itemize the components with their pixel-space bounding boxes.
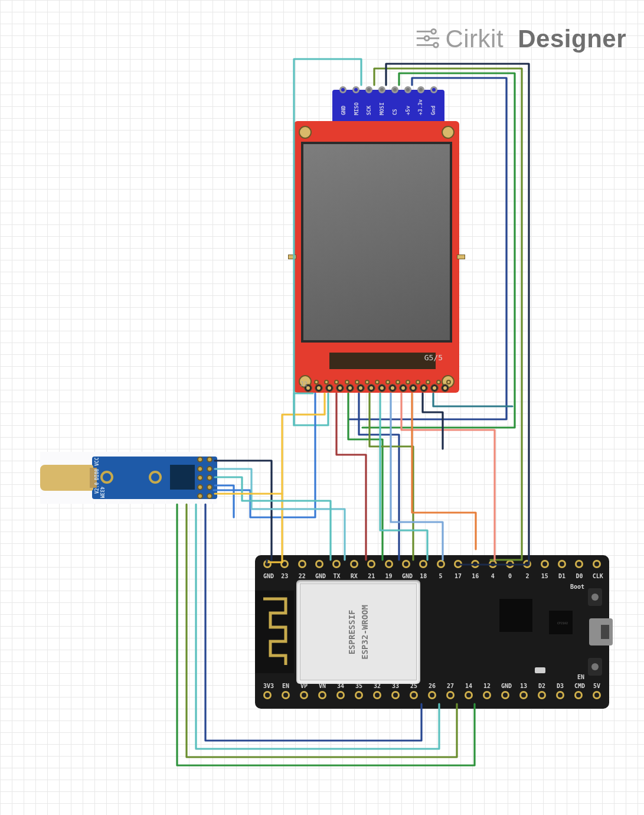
svg-point-1 <box>425 36 430 41</box>
esp-pin-top-21[interactable] <box>367 560 375 568</box>
boot-button[interactable] <box>588 588 602 606</box>
sd-pinlabel-cs: CS <box>392 99 398 115</box>
cp2102-label: CP2102 <box>557 621 568 625</box>
esp-pin-bot-gnd[interactable] <box>501 691 509 699</box>
esp-label-bot-cmd: CMD <box>574 683 583 691</box>
tft-pin-2[interactable] <box>326 384 333 392</box>
esp-pins-bot <box>263 691 601 704</box>
rf-lora-module[interactable]: V2.0DIO8VCC 433M <box>40 452 217 504</box>
tft-pin-8[interactable] <box>389 384 396 392</box>
esp-label-bot-vp: VP <box>300 683 308 691</box>
tft-pin-5[interactable] <box>357 384 364 392</box>
esp-pin-bot-27[interactable] <box>446 691 455 699</box>
esp-pin-bot-14[interactable] <box>465 691 473 699</box>
esp-pin-bot-en[interactable] <box>282 691 290 699</box>
en-button[interactable] <box>588 658 602 676</box>
rf-pin-b1[interactable] <box>207 466 213 472</box>
esp-pin-top-0[interactable] <box>506 560 514 568</box>
esp-label-bot-33: 33 <box>391 683 400 691</box>
rf-freq-label: 433M <box>99 487 104 498</box>
esp-label-top-23: 23 <box>280 573 289 581</box>
sd-pin-gnd[interactable] <box>430 86 437 93</box>
esp-shield-brand: ESPRESSIF <box>345 605 358 660</box>
sd-pinrow <box>339 86 437 98</box>
esp-label-bot-32: 32 <box>373 683 381 691</box>
tft-pin-10[interactable] <box>410 384 417 392</box>
esp-pin-bot-vp[interactable] <box>300 691 308 699</box>
esp-pin-top-d0[interactable] <box>575 560 583 568</box>
tft-pin-3[interactable] <box>336 384 344 392</box>
esp-pin-bot-vn[interactable] <box>318 691 326 699</box>
esp-label-top-17: 17 <box>454 573 462 581</box>
sd-pin-+5v[interactable] <box>404 86 411 93</box>
tft-pin-9[interactable] <box>400 384 407 392</box>
tft-pin-11[interactable] <box>420 384 427 392</box>
tft-pin-4[interactable] <box>346 384 354 392</box>
esp-pin-top-22[interactable] <box>298 560 306 568</box>
esp-pin-bot-25[interactable] <box>410 691 418 699</box>
esp32-devkit[interactable]: GND2322GNDTXRX2119GND185171640215D1D0CLK… <box>255 555 609 709</box>
sd-pin-mosi[interactable] <box>378 86 385 93</box>
rf-pinrow-2 <box>177 475 213 481</box>
sd-pin-+3.3v[interactable] <box>417 86 424 93</box>
tft-pin-6[interactable] <box>368 384 375 392</box>
esp-pin-bot-5v[interactable] <box>593 691 601 699</box>
esp-label-bot-26: 26 <box>428 683 436 691</box>
esp-pin-top-clk[interactable] <box>593 560 601 568</box>
rf-pin-a2[interactable] <box>197 475 203 481</box>
tft-display-module[interactable]: G5/5 J2 <box>294 121 459 393</box>
esp-pin-top-17[interactable] <box>454 560 462 568</box>
sd-pin-sck[interactable] <box>365 86 372 93</box>
tft-pin-1[interactable] <box>315 384 322 392</box>
esp-pin-bot-26[interactable] <box>428 691 436 699</box>
rf-pin-a0[interactable] <box>197 457 203 462</box>
esp-pin-top-4[interactable] <box>489 560 497 568</box>
esp-pin-top-2[interactable] <box>523 560 531 568</box>
sd-pin-gnd[interactable] <box>339 86 346 93</box>
usb-micro-port[interactable] <box>589 618 613 646</box>
rf-pin-a1[interactable] <box>197 466 203 472</box>
esp-pin-bot-d2[interactable] <box>538 691 546 699</box>
tft-pin-13[interactable] <box>442 384 449 392</box>
sd-pinlabel-sck: SCK <box>366 99 372 115</box>
esp-pin-top-gnd[interactable] <box>315 560 323 568</box>
esp-pin-bot-35[interactable] <box>355 691 363 699</box>
tft-pin-12[interactable] <box>431 384 438 392</box>
sd-pin-cs[interactable] <box>391 86 398 93</box>
esp-pin-top-d1[interactable] <box>558 560 566 568</box>
esp-pin-bot-12[interactable] <box>483 691 491 699</box>
esp-pin-top-18[interactable] <box>419 560 427 568</box>
esp-pin-top-gnd[interactable] <box>263 560 272 568</box>
esp-pin-top-23[interactable] <box>280 560 289 568</box>
esp-pin-bot-33[interactable] <box>391 691 400 699</box>
sd-pin-miso[interactable] <box>352 86 359 93</box>
rf-pin-a3[interactable] <box>197 484 203 490</box>
tft-screen <box>301 142 452 343</box>
esp-pin-top-19[interactable] <box>385 560 393 568</box>
esp-led <box>535 667 545 673</box>
rf-pin-b4[interactable] <box>207 493 213 499</box>
esp-pin-bot-cmd[interactable] <box>574 691 583 699</box>
esp-pin-top-tx[interactable] <box>332 560 341 568</box>
svg-point-2 <box>434 43 439 48</box>
rf-pin-a4[interactable] <box>197 493 203 499</box>
esp-pin-top-gnd[interactable] <box>402 560 410 568</box>
esp-pin-top-16[interactable] <box>471 560 479 568</box>
rf-pinrow-1 <box>177 466 213 472</box>
esp-pin-bot-34[interactable] <box>336 691 345 699</box>
design-canvas[interactable]: Cirkit Designer GNDMISOSCKMOSICS+5v+3.3v… <box>0 0 644 815</box>
esp-pin-bot-d3[interactable] <box>556 691 564 699</box>
rf-silk: DIO8 <box>94 468 100 480</box>
esp-pin-top-15[interactable] <box>541 560 549 568</box>
rf-pin-b3[interactable] <box>207 484 213 490</box>
esp-pin-top-rx[interactable] <box>350 560 358 568</box>
esp-pin-bot-3v3[interactable] <box>263 691 272 699</box>
esp-pin-bot-13[interactable] <box>519 691 528 699</box>
rf-pin-b0[interactable] <box>207 457 213 462</box>
rf-pin-b2[interactable] <box>207 475 213 481</box>
esp-regulator <box>499 599 532 632</box>
esp-pin-bot-32[interactable] <box>373 691 381 699</box>
tft-pin-7[interactable] <box>378 384 385 392</box>
esp-pin-top-5[interactable] <box>437 560 445 568</box>
rf-mounthole-r <box>149 471 162 484</box>
